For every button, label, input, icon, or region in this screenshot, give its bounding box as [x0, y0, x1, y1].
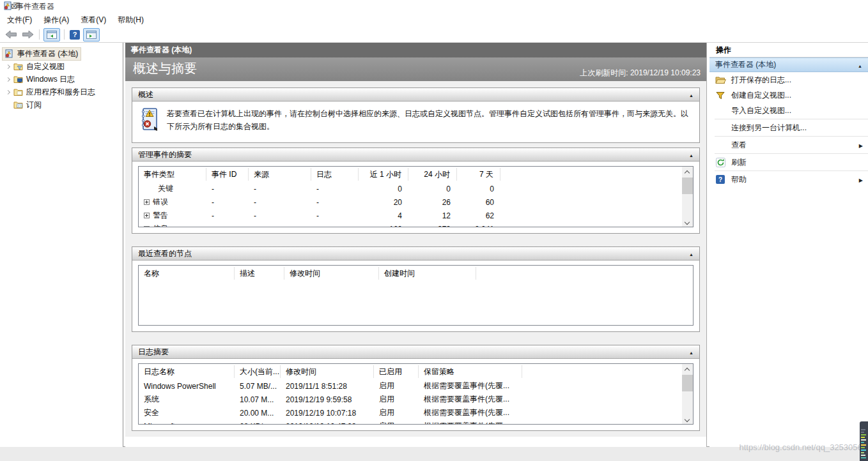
page-title: 概述与摘要 — [133, 60, 197, 77]
forward-button[interactable] — [20, 28, 35, 42]
folder-icon — [13, 88, 23, 96]
column-header[interactable]: 已启用 — [374, 365, 419, 378]
menu-action[interactable]: 操作(A) — [38, 13, 75, 27]
admin-events-body: 事件类型 事件 ID 来源 日志 近 1 小时 24 小时 7 天 关键 - — [132, 162, 699, 233]
column-header[interactable]: 来源 — [249, 168, 311, 181]
table-row[interactable]: 错误 - - - 20 26 60 — [139, 195, 693, 209]
expand-plus-icon[interactable] — [144, 199, 150, 205]
close-button[interactable] — [3, 0, 25, 13]
scrollbar-thumb[interactable] — [682, 178, 693, 194]
log-summary-section-header[interactable]: 日志摘要 — [132, 345, 699, 359]
event-log-badge-icon — [139, 107, 159, 135]
scrollbar-thumb[interactable] — [682, 375, 693, 391]
recent-nodes-section-header[interactable]: 最近查看的节点 — [132, 247, 699, 261]
column-header[interactable]: 描述 — [235, 267, 284, 280]
action-refresh[interactable]: 刷新 — [709, 155, 868, 170]
show-console-tree-button[interactable] — [43, 28, 60, 42]
tree-selection: 事件查看器 (本地) — [2, 47, 81, 61]
action-connect-to-computer[interactable]: 连接到另一台计算机... — [709, 120, 868, 135]
scroll-up-icon[interactable] — [685, 368, 690, 373]
results-pane-header: 事件查看器 (本地) — [125, 43, 706, 57]
column-header[interactable]: 修改时间 — [284, 267, 379, 280]
column-header[interactable]: 创建时间 — [379, 267, 476, 280]
table-row[interactable]: Windows PowerShell 5.07 MB/... 2019/11/1… — [139, 379, 693, 393]
column-header[interactable]: 日志 — [311, 168, 359, 181]
refresh-icon — [715, 158, 726, 167]
submenu-arrow-icon — [859, 175, 863, 184]
column-header[interactable]: 24 小时 — [408, 168, 457, 181]
recent-nodes-table: 名称 描述 修改时间 创建时间 — [138, 265, 694, 326]
column-header[interactable]: 保留策略 — [419, 365, 522, 378]
actions-separator — [715, 119, 868, 119]
column-header[interactable]: 大小(当前... — [235, 365, 281, 378]
column-header[interactable]: 近 1 小时 — [359, 168, 408, 181]
scroll-up-icon[interactable] — [685, 170, 690, 176]
overview-body: 若要查看已在计算机上出现的事件，请在控制台树中选择相应的来源、日志或自定义视图节… — [132, 102, 699, 142]
csdn-watermark: https://blog.csdn.net/qq_32530561 — [740, 442, 867, 452]
column-header[interactable]: 事件 ID — [206, 168, 249, 181]
background-window-sliver — [860, 421, 868, 461]
section-title: 日志摘要 — [138, 347, 689, 358]
help-icon — [70, 30, 80, 40]
show-action-pane-button[interactable] — [83, 28, 100, 42]
help-icon — [715, 175, 726, 184]
vertical-scrollbar[interactable] — [682, 167, 693, 227]
menu-help[interactable]: 帮助(H) — [112, 13, 150, 27]
tree-item-label: 自定义视图 — [26, 61, 65, 72]
results-pane-footer — [125, 437, 706, 447]
back-button[interactable] — [4, 28, 19, 42]
table-row[interactable]: 警告 - - - 4 12 62 — [139, 209, 693, 222]
section-title: 最近查看的节点 — [138, 248, 689, 259]
admin-events-table: 事件类型 事件 ID 来源 日志 近 1 小时 24 小时 7 天 关键 - — [138, 166, 694, 227]
tree-item-custom-views[interactable]: 自定义视图 — [0, 60, 123, 73]
vertical-scrollbar[interactable] — [682, 364, 693, 424]
expand-chevron-icon[interactable] — [3, 91, 13, 94]
table-row[interactable]: 系统 10.07 M... 2019/12/19 9:59:58 启用 根据需要… — [139, 393, 693, 406]
column-header[interactable]: 事件类型 — [139, 168, 206, 181]
admin-events-section-header[interactable]: 管理事件的摘要 — [132, 148, 699, 162]
open-folder-icon — [715, 76, 726, 84]
expand-plus-icon[interactable] — [144, 226, 150, 227]
section-title: 概述 — [138, 89, 689, 100]
collapse-arrow-icon[interactable] — [689, 90, 694, 99]
menu-view[interactable]: 查看(V) — [75, 13, 112, 27]
scroll-down-icon[interactable] — [685, 220, 690, 225]
action-import-custom-view[interactable]: 导入自定义视图... — [709, 103, 868, 118]
collapse-arrow-icon[interactable] — [689, 347, 694, 356]
tree-item-windows-logs[interactable]: Windows 日志 — [0, 73, 123, 86]
column-header[interactable]: 修改时间 — [281, 365, 374, 378]
column-header[interactable]: 日志名称 — [139, 365, 235, 378]
overview-text: 若要查看已在计算机上出现的事件，请在控制台树中选择相应的来源、日志或自定义视图节… — [167, 107, 690, 135]
tree-item-apps-services-logs[interactable]: 应用程序和服务日志 — [0, 86, 123, 98]
collapse-arrow-icon[interactable] — [689, 249, 694, 258]
actions-separator — [715, 136, 868, 137]
actions-group-header[interactable]: 事件查看器 (本地) — [709, 57, 868, 72]
column-header[interactable]: 名称 — [139, 267, 235, 280]
tree-item-label: 事件查看器 (本地) — [17, 49, 78, 59]
action-view[interactable]: 查看 — [709, 137, 868, 153]
action-open-saved-log[interactable]: 打开保存的日志... — [709, 72, 868, 87]
table-row[interactable]: 关键 - - - 0 0 0 — [139, 182, 693, 195]
title-bar[interactable]: 事件查看器 — [0, 0, 868, 13]
help-button[interactable] — [68, 28, 81, 42]
table-row-clipped[interactable]: 信息 - - - 162 373 2,041 — [139, 222, 693, 227]
menu-file[interactable]: 文件(F) — [1, 13, 38, 27]
expand-chevron-icon[interactable] — [3, 78, 13, 81]
overview-section-header[interactable]: 概述 — [132, 88, 699, 102]
filter-funnel-icon — [715, 91, 726, 100]
table-row[interactable]: 安全 20.00 M... 2019/12/19 10:07:18 启用 根据需… — [139, 406, 693, 419]
expand-chevron-icon[interactable] — [3, 65, 13, 68]
column-header[interactable]: 7 天 — [457, 168, 500, 181]
tree-item-subscriptions[interactable]: 订阅 — [0, 98, 123, 111]
action-pane-icon — [86, 31, 97, 39]
section-title: 管理事件的摘要 — [138, 149, 689, 160]
table-row-clipped[interactable]: Microsoft-... 68 KB/... 2019/12/19 10:47… — [139, 419, 693, 425]
action-create-custom-view[interactable]: 创建自定义视图... — [709, 87, 868, 103]
collapse-arrow-icon[interactable] — [858, 61, 862, 70]
expand-plus-icon[interactable] — [144, 213, 150, 218]
tree-item-event-viewer-root[interactable]: 事件查看器 (本地) — [0, 47, 123, 60]
collapse-arrow-icon[interactable] — [689, 150, 694, 159]
back-arrow-icon — [5, 30, 17, 39]
scroll-down-icon[interactable] — [685, 417, 690, 422]
action-help[interactable]: 帮助 — [709, 172, 868, 187]
